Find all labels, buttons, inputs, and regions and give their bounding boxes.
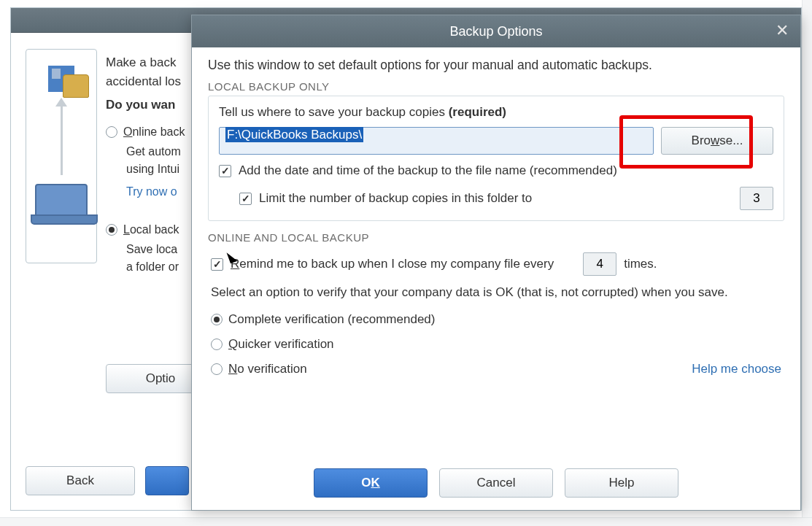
backup-path-input[interactable]: F:\QuickBooks Backups\ bbox=[219, 127, 654, 155]
page-scrollbar-vertical[interactable] bbox=[802, 0, 812, 526]
radio-quicker-verification[interactable]: Quicker verification bbox=[211, 337, 781, 352]
section-local-backup-label: LOCAL BACKUP ONLY bbox=[208, 80, 784, 93]
wizard-graphic-panel bbox=[26, 49, 97, 263]
dialog-titlebar: Backup Options ✕ bbox=[192, 15, 800, 47]
next-button-partial[interactable] bbox=[145, 466, 189, 495]
remind-times-label: times. bbox=[624, 257, 657, 271]
laptop-icon bbox=[35, 184, 88, 217]
browse-button[interactable]: Browse... bbox=[661, 127, 773, 155]
try-now-link[interactable]: Try now o bbox=[126, 185, 177, 198]
disk-and-folder-icon bbox=[48, 66, 74, 92]
help-button-label: Help bbox=[609, 476, 635, 490]
back-button[interactable]: Back bbox=[26, 466, 135, 495]
radio-complete-verification[interactable]: Complete verification (recommended) bbox=[211, 312, 781, 327]
cancel-button-label: Cancel bbox=[477, 476, 516, 490]
section-online-local-label: ONLINE AND LOCAL BACKUP bbox=[208, 231, 784, 244]
cursor-icon bbox=[227, 250, 238, 263]
dialog-title: Backup Options bbox=[449, 24, 542, 39]
radio-online-backup-label: Online back bbox=[123, 125, 185, 139]
checkbox-add-date-time[interactable]: Add the date and time of the backup to t… bbox=[219, 163, 773, 178]
radio-no-verification[interactable]: No verification Help me choose bbox=[211, 362, 781, 376]
radio-icon bbox=[106, 126, 117, 138]
radio-quicker-verification-label: Quicker verification bbox=[228, 337, 334, 352]
checkbox-limit-copies-label: Limit the number of backup copies in thi… bbox=[259, 191, 532, 206]
help-button[interactable]: Help bbox=[565, 468, 678, 498]
checkbox-limit-copies[interactable]: Limit the number of backup copies in thi… bbox=[239, 187, 773, 210]
save-location-label: Tell us where to save your backup copies… bbox=[219, 105, 773, 120]
checkbox-icon bbox=[219, 165, 231, 177]
radio-icon bbox=[211, 363, 223, 375]
backup-options-dialog: Backup Options ✕ Use this window to set … bbox=[191, 15, 801, 511]
radio-complete-verification-label: Complete verification (recommended) bbox=[228, 312, 435, 327]
cancel-button[interactable]: Cancel bbox=[439, 468, 553, 498]
backup-path-value: F:\QuickBooks Backups\ bbox=[225, 127, 363, 142]
browse-button-label: Browse... bbox=[692, 134, 743, 148]
checkbox-remind-backup-label: Remind me to back up when I close my com… bbox=[231, 257, 554, 271]
checkbox-icon bbox=[239, 193, 252, 205]
radio-no-verification-label: No verification bbox=[228, 362, 307, 376]
ok-button-label: OK bbox=[361, 476, 380, 490]
radio-icon bbox=[106, 224, 117, 236]
page-scrollbar-horizontal[interactable] bbox=[0, 517, 812, 526]
radio-local-backup-label: Local back bbox=[123, 223, 179, 236]
back-button-label: Back bbox=[66, 473, 94, 488]
remind-frequency-input[interactable] bbox=[583, 252, 616, 276]
checkbox-remind-backup[interactable]: Remind me to back up when I close my com… bbox=[211, 257, 554, 271]
radio-icon bbox=[211, 339, 223, 350]
local-backup-group: Tell us where to save your backup copies… bbox=[208, 96, 784, 221]
options-button-label: Optio bbox=[146, 371, 176, 386]
dialog-footer: OK Cancel Help bbox=[192, 456, 800, 510]
checkbox-add-date-time-label: Add the date and time of the backup to t… bbox=[239, 163, 617, 178]
arrow-up-icon bbox=[61, 107, 63, 175]
limit-copies-input[interactable] bbox=[740, 187, 773, 210]
verify-intro-text: Select an option to verify that your com… bbox=[211, 283, 781, 302]
radio-icon bbox=[211, 314, 223, 325]
close-icon: ✕ bbox=[776, 23, 789, 39]
ok-button[interactable]: OK bbox=[314, 468, 428, 498]
help-me-choose-link[interactable]: Help me choose bbox=[692, 362, 781, 376]
dialog-intro-text: Use this window to set default options f… bbox=[208, 58, 784, 73]
close-button[interactable]: ✕ bbox=[773, 21, 792, 40]
checkbox-icon bbox=[211, 258, 223, 271]
